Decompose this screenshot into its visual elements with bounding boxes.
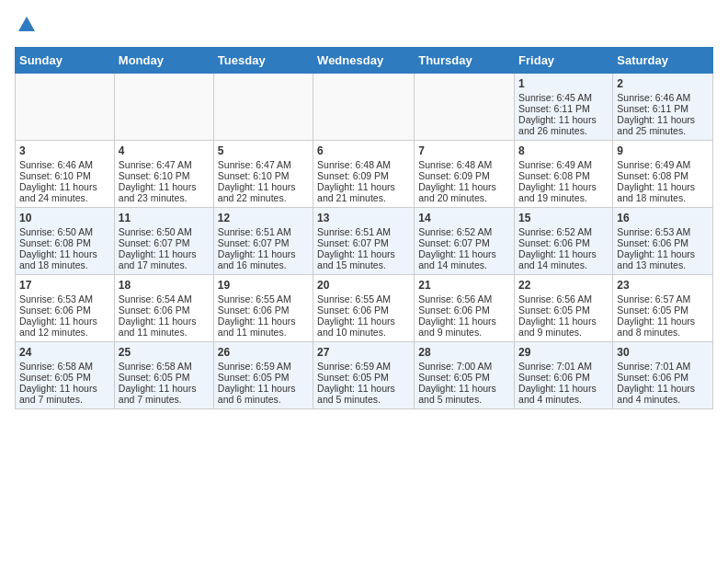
day-info: Sunset: 6:05 PM xyxy=(218,372,309,383)
day-info: Daylight: 11 hours and 11 minutes. xyxy=(119,316,210,338)
page-header xyxy=(15,15,713,40)
day-number: 2 xyxy=(617,77,709,90)
day-number: 22 xyxy=(518,279,609,292)
day-info: Sunrise: 6:56 AM xyxy=(518,293,609,304)
day-number: 25 xyxy=(119,346,210,359)
day-info: Daylight: 11 hours and 16 minutes. xyxy=(218,248,309,270)
day-info: Daylight: 11 hours and 4 minutes. xyxy=(518,383,609,405)
day-info: Sunrise: 6:55 AM xyxy=(317,293,410,304)
calendar-cell: 6Sunrise: 6:48 AMSunset: 6:09 PMDaylight… xyxy=(313,140,415,207)
calendar-header-row: SundayMondayTuesdayWednesdayThursdayFrid… xyxy=(16,47,713,73)
calendar-header-thursday: Thursday xyxy=(415,47,515,73)
logo-icon xyxy=(17,15,37,35)
day-info: Sunset: 6:06 PM xyxy=(218,304,309,316)
day-info: Sunset: 6:10 PM xyxy=(218,170,309,181)
day-info: Sunrise: 6:46 AM xyxy=(19,159,110,170)
day-info: Daylight: 11 hours and 22 minutes. xyxy=(218,181,309,203)
calendar-cell xyxy=(415,73,515,140)
day-info: Sunrise: 6:57 AM xyxy=(617,293,709,304)
day-number: 5 xyxy=(218,144,309,157)
day-info: Sunset: 6:06 PM xyxy=(119,304,210,316)
calendar-week-row: 3Sunrise: 6:46 AMSunset: 6:10 PMDaylight… xyxy=(16,140,713,207)
day-info: Sunrise: 6:47 AM xyxy=(119,159,210,170)
day-info: Daylight: 11 hours and 14 minutes. xyxy=(418,248,510,270)
day-info: Daylight: 11 hours and 13 minutes. xyxy=(617,248,709,270)
svg-marker-0 xyxy=(18,17,35,31)
day-number: 10 xyxy=(19,212,110,224)
day-info: Sunrise: 6:51 AM xyxy=(317,226,410,237)
calendar-cell: 2Sunrise: 6:46 AMSunset: 6:11 PMDaylight… xyxy=(613,73,713,140)
calendar-cell: 19Sunrise: 6:55 AMSunset: 6:06 PMDayligh… xyxy=(213,274,313,341)
day-number: 15 xyxy=(518,212,609,224)
calendar-header-monday: Monday xyxy=(114,47,213,73)
day-info: Daylight: 11 hours and 18 minutes. xyxy=(19,248,110,270)
calendar-cell: 28Sunrise: 7:00 AMSunset: 6:05 PMDayligh… xyxy=(415,341,515,408)
day-info: Sunset: 6:07 PM xyxy=(119,237,210,248)
day-info: Daylight: 11 hours and 18 minutes. xyxy=(617,181,709,203)
day-info: Sunset: 6:08 PM xyxy=(617,170,709,181)
day-info: Sunset: 6:07 PM xyxy=(317,237,410,248)
day-number: 8 xyxy=(518,144,609,157)
day-number: 7 xyxy=(418,144,510,157)
day-info: Daylight: 11 hours and 20 minutes. xyxy=(418,181,510,203)
calendar-cell: 14Sunrise: 6:52 AMSunset: 6:07 PMDayligh… xyxy=(415,207,515,274)
day-number: 27 xyxy=(317,346,410,359)
day-number: 19 xyxy=(218,279,309,292)
calendar-week-row: 24Sunrise: 6:58 AMSunset: 6:05 PMDayligh… xyxy=(16,341,713,408)
day-info: Sunset: 6:07 PM xyxy=(218,237,309,248)
day-info: Sunset: 6:09 PM xyxy=(317,170,410,181)
day-info: Sunset: 6:05 PM xyxy=(317,372,410,383)
day-info: Sunset: 6:05 PM xyxy=(19,372,110,383)
day-info: Daylight: 11 hours and 14 minutes. xyxy=(518,248,609,270)
day-info: Sunrise: 6:54 AM xyxy=(119,293,210,304)
day-info: Sunset: 6:08 PM xyxy=(518,170,609,181)
calendar-cell: 16Sunrise: 6:53 AMSunset: 6:06 PMDayligh… xyxy=(613,207,713,274)
day-info: Sunrise: 6:59 AM xyxy=(317,361,410,372)
calendar-cell xyxy=(16,73,115,140)
day-info: Sunset: 6:08 PM xyxy=(19,237,110,248)
calendar-cell: 18Sunrise: 6:54 AMSunset: 6:06 PMDayligh… xyxy=(114,274,213,341)
day-info: Sunrise: 7:01 AM xyxy=(617,361,709,372)
day-number: 6 xyxy=(317,144,410,157)
calendar-cell: 5Sunrise: 6:47 AMSunset: 6:10 PMDaylight… xyxy=(213,140,313,207)
day-number: 16 xyxy=(617,212,709,224)
day-info: Daylight: 11 hours and 25 minutes. xyxy=(617,114,709,136)
day-info: Sunset: 6:05 PM xyxy=(518,304,609,316)
day-info: Sunrise: 6:49 AM xyxy=(617,159,709,170)
calendar-cell: 1Sunrise: 6:45 AMSunset: 6:11 PMDaylight… xyxy=(515,73,613,140)
calendar-table: SundayMondayTuesdayWednesdayThursdayFrid… xyxy=(15,47,713,409)
day-info: Daylight: 11 hours and 6 minutes. xyxy=(218,383,309,405)
day-info: Daylight: 11 hours and 17 minutes. xyxy=(119,248,210,270)
day-info: Sunrise: 7:00 AM xyxy=(418,361,510,372)
calendar-header-sunday: Sunday xyxy=(16,47,115,73)
day-info: Sunrise: 6:49 AM xyxy=(518,159,609,170)
calendar-cell xyxy=(114,73,213,140)
logo xyxy=(15,15,37,40)
calendar-cell xyxy=(213,73,313,140)
day-number: 23 xyxy=(617,279,709,292)
day-info: Daylight: 11 hours and 15 minutes. xyxy=(317,248,410,270)
day-number: 3 xyxy=(19,144,110,157)
day-info: Sunrise: 6:55 AM xyxy=(218,293,309,304)
day-info: Daylight: 11 hours and 26 minutes. xyxy=(518,114,609,136)
calendar-cell: 17Sunrise: 6:53 AMSunset: 6:06 PMDayligh… xyxy=(16,274,115,341)
day-info: Sunrise: 6:50 AM xyxy=(119,226,210,237)
day-info: Daylight: 11 hours and 24 minutes. xyxy=(19,181,110,203)
day-number: 9 xyxy=(617,144,709,157)
day-info: Sunset: 6:06 PM xyxy=(617,372,709,383)
day-info: Daylight: 11 hours and 10 minutes. xyxy=(317,316,410,338)
day-info: Daylight: 11 hours and 7 minutes. xyxy=(119,383,210,405)
day-info: Daylight: 11 hours and 23 minutes. xyxy=(119,181,210,203)
day-number: 14 xyxy=(418,212,510,224)
calendar-week-row: 1Sunrise: 6:45 AMSunset: 6:11 PMDaylight… xyxy=(16,73,713,140)
day-info: Daylight: 11 hours and 8 minutes. xyxy=(617,316,709,338)
calendar-week-row: 10Sunrise: 6:50 AMSunset: 6:08 PMDayligh… xyxy=(16,207,713,274)
day-info: Sunrise: 6:47 AM xyxy=(218,159,309,170)
day-info: Sunset: 6:06 PM xyxy=(19,304,110,316)
day-info: Sunset: 6:06 PM xyxy=(418,304,510,316)
calendar-header-tuesday: Tuesday xyxy=(213,47,313,73)
calendar-cell: 20Sunrise: 6:55 AMSunset: 6:06 PMDayligh… xyxy=(313,274,415,341)
calendar-cell: 10Sunrise: 6:50 AMSunset: 6:08 PMDayligh… xyxy=(16,207,115,274)
day-info: Sunset: 6:05 PM xyxy=(617,304,709,316)
day-info: Sunset: 6:06 PM xyxy=(317,304,410,316)
